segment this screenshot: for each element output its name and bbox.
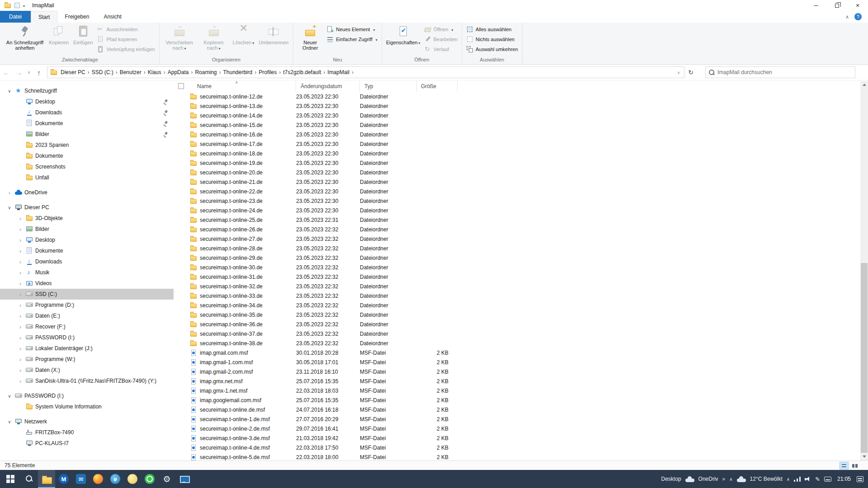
- back-button[interactable]: [0, 66, 13, 79]
- file-row[interactable]: secureimap.t-online-38.de 23.05.2023 22:…: [174, 338, 860, 348]
- file-row[interactable]: imap.gmx.net.msf 25.07.2016 15:35 MSF-Da…: [174, 376, 860, 386]
- keyboard-icon[interactable]: [824, 477, 831, 482]
- sidebar-item[interactable]: Screenshots: [0, 161, 174, 172]
- file-row[interactable]: imap.googlemail.com.msf 25.07.2016 15:35…: [174, 395, 860, 405]
- sidebar-item[interactable]: 3D-Objekte: [0, 213, 174, 224]
- breadcrumb-item[interactable]: AppData: [166, 69, 190, 75]
- rename-button[interactable]: Umbenennen: [256, 23, 291, 46]
- expand-chevron-icon[interactable]: [17, 291, 24, 298]
- details-view-icon[interactable]: [840, 462, 849, 469]
- breadcrumb-separator-icon[interactable]: [163, 69, 166, 75]
- sidebar-item[interactable]: Dokumente: [0, 150, 174, 161]
- file-row[interactable]: secureimap.t-online-24.de 23.05.2023 22:…: [174, 206, 860, 215]
- scroll-down-icon[interactable]: [860, 453, 868, 460]
- address-dropdown-icon[interactable]: [673, 69, 684, 75]
- sidebar-item[interactable]: Bilder: [0, 224, 174, 235]
- file-row[interactable]: secureimap.t-online-1.de.msf 27.07.2016 …: [174, 414, 860, 424]
- file-row[interactable]: secureimap.t-online-2.de.msf 29.07.2016 …: [174, 424, 860, 433]
- toolbar-chevron-icon[interactable]: [729, 476, 732, 482]
- file-row[interactable]: secureimap.t-online-29.de 23.05.2023 22:…: [174, 253, 860, 263]
- taskbar-app-settings[interactable]: ⚙: [158, 470, 175, 488]
- sidebar-item[interactable]: Daten (E:): [0, 310, 174, 321]
- copy-button[interactable]: Kopieren: [47, 23, 71, 46]
- tab-datei[interactable]: Datei: [0, 11, 31, 23]
- taskbar-app-firefox[interactable]: [90, 470, 107, 488]
- sidebar-item[interactable]: PASSWORD (I:): [0, 390, 174, 401]
- file-row[interactable]: secureimap.t-online-25.de 23.05.2023 22:…: [174, 215, 860, 225]
- file-row[interactable]: secureimap.t-online-35.de 23.05.2023 22:…: [174, 310, 860, 319]
- breadcrumb-separator-icon[interactable]: [87, 69, 90, 75]
- taskbar-app-browser[interactable]: [124, 470, 141, 488]
- sidebar-item[interactable]: 2023 Spanien: [0, 140, 174, 150]
- open-button[interactable]: Öffnen: [422, 24, 459, 34]
- expand-chevron-icon[interactable]: [6, 88, 13, 94]
- file-row[interactable]: secureimap.t-online-14.de 23.05.2023 22:…: [174, 111, 860, 120]
- network-icon[interactable]: [794, 476, 801, 482]
- select-all-button[interactable]: Alles auswählen: [464, 24, 520, 34]
- toolbar-overflow-icon[interactable]: [722, 476, 726, 482]
- sidebar-item[interactable]: System Volume Information: [0, 401, 174, 412]
- file-row[interactable]: secureimap.t-online-30.de 23.05.2023 22:…: [174, 263, 860, 272]
- select-none-button[interactable]: Nichts auswählen: [464, 34, 520, 44]
- taskbar-app-edge[interactable]: e: [107, 470, 124, 488]
- file-row[interactable]: secureimap.t-online-28.de 23.05.2023 22:…: [174, 244, 860, 253]
- breadcrumb-separator-icon[interactable]: [218, 69, 222, 75]
- recent-locations-button[interactable]: [25, 66, 33, 79]
- sidebar-item[interactable]: Dieser PC: [0, 202, 174, 213]
- file-row[interactable]: secureimap.t-online-34.de 23.05.2023 22:…: [174, 300, 860, 310]
- sidebar-item[interactable]: Programme (W:): [0, 354, 174, 365]
- file-row[interactable]: secureimap.t-online-20.de 23.05.2023 22:…: [174, 168, 860, 177]
- breadcrumb-separator-icon[interactable]: [351, 69, 354, 75]
- expand-chevron-icon[interactable]: [6, 189, 13, 196]
- delete-button[interactable]: Löschen: [231, 23, 257, 47]
- sidebar-item[interactable]: Lokaler Datenträger (J:): [0, 343, 174, 354]
- breadcrumb-separator-icon[interactable]: [322, 69, 326, 75]
- new-item-button[interactable]: Neues Element: [325, 24, 379, 34]
- breadcrumb-separator-icon[interactable]: [190, 69, 193, 75]
- expand-chevron-icon[interactable]: [17, 258, 24, 265]
- breadcrumb-separator-icon[interactable]: [115, 69, 118, 75]
- taskbar-app-explorer[interactable]: [38, 470, 55, 488]
- copy-path-button[interactable]: Pfad kopieren: [95, 34, 156, 44]
- expand-chevron-icon[interactable]: [17, 345, 24, 352]
- expand-chevron-icon[interactable]: [6, 393, 13, 399]
- select-all-checkbox[interactable]: [178, 83, 184, 89]
- weather-icon[interactable]: [737, 476, 746, 482]
- expand-chevron-icon[interactable]: [6, 418, 13, 425]
- taskbar-search-button[interactable]: [21, 470, 38, 488]
- start-button[interactable]: [0, 470, 21, 488]
- taskbar-app-whatsapp[interactable]: [141, 470, 158, 488]
- scrollbar-thumb[interactable]: [861, 263, 868, 453]
- file-row[interactable]: secureimap.t-online.de.msf 24.07.2016 16…: [174, 405, 860, 414]
- file-row[interactable]: imap.gmail-2.com.msf 23.11.2018 16:10 MS…: [174, 367, 860, 376]
- file-row[interactable]: secureimap.t-online-33.de 23.05.2023 22:…: [174, 291, 860, 300]
- taskbar-app-mail[interactable]: ✉: [72, 470, 90, 488]
- file-row[interactable]: secureimap.t-online-32.de 23.05.2023 22:…: [174, 282, 860, 291]
- file-row[interactable]: secureimap.t-online-26.de 23.05.2023 22:…: [174, 225, 860, 234]
- notification-center-icon[interactable]: [857, 476, 863, 482]
- copy-to-button[interactable]: Kopieren nach: [197, 23, 231, 52]
- file-row[interactable]: secureimap.t-online-16.de 23.05.2023 22:…: [174, 130, 860, 139]
- new-folder-button[interactable]: Neuer Ordner: [296, 23, 325, 52]
- expand-chevron-icon[interactable]: [17, 269, 24, 276]
- expand-chevron-icon[interactable]: [6, 204, 13, 211]
- clock[interactable]: 21:05: [835, 476, 853, 482]
- sidebar-item[interactable]: Netzwerk: [0, 416, 174, 427]
- sidebar-item[interactable]: SanDisk-Ultra-01 (\\Fritz.Nas\FRITZBox-7…: [0, 375, 174, 386]
- qat-button-icon[interactable]: [14, 3, 20, 8]
- file-row[interactable]: secureimap.t-online-15.de 23.05.2023 22:…: [174, 120, 860, 130]
- breadcrumb-item[interactable]: ImapMail: [326, 69, 351, 75]
- search-input[interactable]: [717, 69, 855, 75]
- breadcrumb-item[interactable]: Profiles: [257, 69, 278, 75]
- edit-button[interactable]: Bearbeiten: [422, 34, 459, 44]
- expand-chevron-icon[interactable]: [17, 280, 24, 287]
- sidebar-item[interactable]: OneDrive: [0, 187, 174, 198]
- file-row[interactable]: secureimap.t-online-17.de 23.05.2023 22:…: [174, 139, 860, 149]
- sidebar-item[interactable]: Desktop: [0, 96, 174, 107]
- help-icon[interactable]: [854, 13, 862, 20]
- sidebar-item[interactable]: Unfall: [0, 172, 174, 183]
- column-header-date[interactable]: Änderungsdatum: [296, 81, 360, 92]
- tab-ansicht[interactable]: Ansicht: [96, 11, 128, 23]
- taskbar-onedrive-toolbar[interactable]: OneDriv: [698, 476, 718, 482]
- forward-button[interactable]: [13, 66, 25, 79]
